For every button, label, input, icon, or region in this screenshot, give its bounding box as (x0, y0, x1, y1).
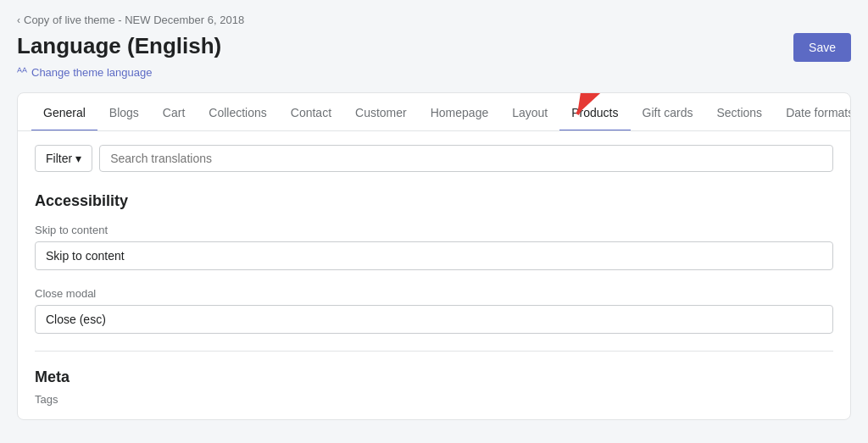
accessibility-heading: Accessibility (35, 192, 833, 210)
skip-to-content-input[interactable] (35, 241, 833, 270)
tab-homepage[interactable]: Homepage (419, 94, 501, 131)
change-language-link[interactable]: ᴬᴬ Change theme language (17, 65, 851, 79)
meta-section: Meta Tags (35, 368, 833, 406)
meta-heading: Meta (35, 368, 833, 386)
tab-blogs[interactable]: Blogs (97, 94, 151, 131)
close-modal-field: Close modal (35, 287, 833, 334)
filter-label: Filter (46, 152, 72, 165)
page-title: Language (English) (17, 33, 221, 59)
content-area: Filter ▾ Accessibility Skip to content C… (18, 131, 850, 419)
page-header: Language (English) Save (17, 33, 851, 62)
tab-cart[interactable]: Cart (151, 94, 197, 131)
breadcrumb-arrow-icon: ‹ (17, 14, 20, 26)
tab-customer[interactable]: Customer (343, 94, 419, 131)
filter-button[interactable]: Filter ▾ (35, 145, 92, 172)
close-modal-input[interactable] (35, 305, 833, 334)
tab-layout[interactable]: Layout (500, 94, 559, 131)
skip-to-content-field: Skip to content (35, 224, 833, 270)
accessibility-section: Accessibility Skip to content Close moda… (35, 192, 833, 334)
tab-general[interactable]: General (31, 94, 97, 131)
tab-gift-cards[interactable]: Gift cards (631, 94, 705, 131)
tab-contact[interactable]: Contact (279, 94, 343, 131)
save-button[interactable]: Save (793, 33, 851, 62)
tabs-container: General Blogs Cart Collections Contact C… (18, 93, 850, 131)
tab-collections[interactable]: Collections (197, 94, 278, 131)
tags-label: Tags (35, 393, 833, 406)
skip-to-content-label: Skip to content (35, 224, 833, 236)
close-modal-label: Close modal (35, 287, 833, 300)
change-language-label: Change theme language (31, 66, 152, 79)
filter-chevron-icon: ▾ (75, 152, 81, 165)
tab-sections[interactable]: Sections (704, 94, 774, 131)
main-card: General Blogs Cart Collections Contact C… (17, 92, 851, 420)
section-divider (35, 351, 833, 352)
tab-date-formats[interactable]: Date formats (774, 94, 850, 131)
search-translations-input[interactable] (99, 145, 833, 172)
filter-bar: Filter ▾ (35, 145, 833, 172)
breadcrumb[interactable]: ‹ Copy of live theme - NEW December 6, 2… (17, 14, 851, 26)
tabs-nav: General Blogs Cart Collections Contact C… (18, 93, 850, 131)
breadcrumb-text: Copy of live theme - NEW December 6, 201… (24, 14, 244, 26)
language-icon: ᴬᴬ (17, 65, 27, 79)
tab-products[interactable]: Products (559, 94, 630, 131)
